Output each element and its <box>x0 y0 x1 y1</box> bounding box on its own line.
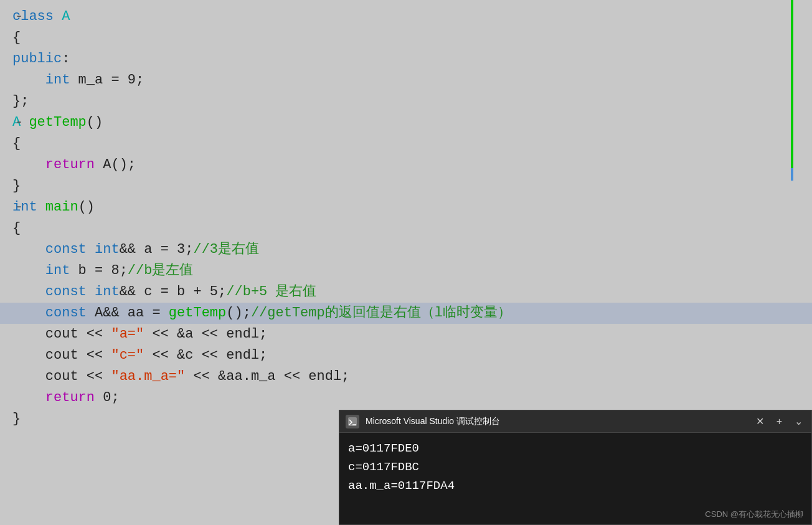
terminal-more-btn[interactable]: ⌄ <box>792 414 805 428</box>
terminal-controls: ✕ + ⌄ <box>753 414 805 428</box>
code-editor: -class A{public: int m_a = 9;};-A getTem… <box>0 0 812 525</box>
terminal-panel: Microsoft Visual Studio 调试控制台 ✕ + ⌄ a=01… <box>339 410 812 525</box>
code-line: const int&& a = 3;//3是右值 <box>12 239 800 260</box>
code-line: cout << "a=" << &a << endl; <box>12 324 800 345</box>
code-line: -A getTemp() <box>12 112 800 133</box>
code-line: } <box>12 176 800 197</box>
code-container: -class A{public: int m_a = 9;};-A getTem… <box>12 6 800 430</box>
code-line: { <box>12 218 800 239</box>
terminal-title: Microsoft Visual Studio 调试控制台 <box>366 416 747 427</box>
terminal-output-line-3: aa.m_a=0117FDA4 <box>348 476 803 495</box>
terminal-add-btn[interactable]: + <box>774 415 785 428</box>
code-line: int b = 8;//b是左值 <box>12 260 800 281</box>
code-line: const int&& c = b + 5;//b+5 是右值 <box>12 281 800 303</box>
watermark: CSDN @有心栽花无心插柳 <box>705 509 803 520</box>
code-line: { <box>12 27 800 49</box>
code-line: const A&& aa = getTemp();//getTemp的返回值是右… <box>0 303 812 324</box>
code-line: -class A <box>12 6 800 27</box>
code-line: int m_a = 9; <box>12 70 800 91</box>
code-line: -int main() <box>12 197 800 218</box>
code-line: public: <box>12 49 800 70</box>
code-line: cout << "aa.m_a=" << &aa.m_a << endl; <box>12 366 800 387</box>
terminal-body: a=0117FDE0 c=0117FDBC aa.m_a=0117FDA4 <box>339 433 811 501</box>
code-line: }; <box>12 91 800 112</box>
code-line: return 0; <box>12 387 800 409</box>
terminal-titlebar: Microsoft Visual Studio 调试控制台 ✕ + ⌄ <box>339 410 811 433</box>
code-line: return A(); <box>12 154 800 176</box>
terminal-icon <box>346 415 359 428</box>
terminal-output-line-1: a=0117FDE0 <box>348 439 803 458</box>
terminal-close-btn[interactable]: ✕ <box>753 414 767 428</box>
terminal-output-line-2: c=0117FDBC <box>348 458 803 476</box>
code-line: cout << "c=" << &c << endl; <box>12 345 800 366</box>
code-line: { <box>12 133 800 154</box>
